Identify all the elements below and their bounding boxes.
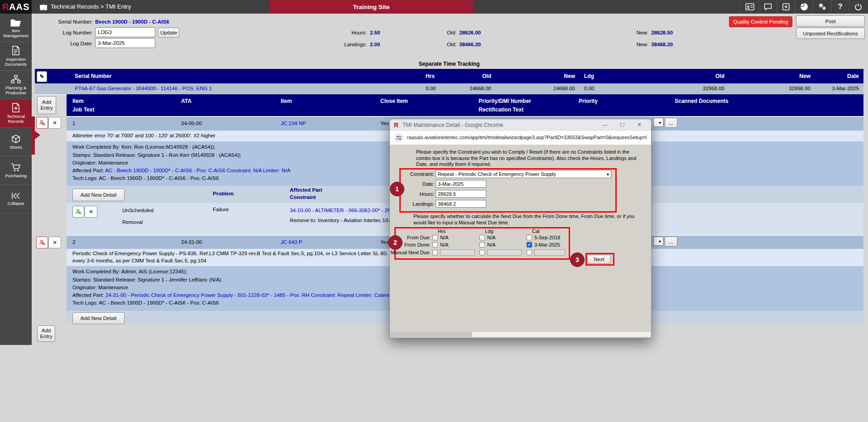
power-icon[interactable] <box>849 0 867 14</box>
landings-old-value: 38466.20 <box>459 42 481 47</box>
sidebar-item-stores[interactable]: Stores <box>0 128 32 156</box>
item2-affected-part-link[interactable]: 24-31-00 - Periodic Check of Emergency P… <box>106 292 395 298</box>
col-ata: ATA <box>181 98 192 104</box>
unposted-rectifications-button[interactable]: Unposted Rectifications <box>796 28 865 39</box>
from-done-hrs-checkbox[interactable] <box>432 242 438 247</box>
manual-next-due-label: Manual Next Due: <box>386 250 431 256</box>
hours-input[interactable] <box>436 190 486 198</box>
certify-person-button-item1[interactable] <box>36 117 48 129</box>
certify-person-button-item2[interactable] <box>36 237 48 248</box>
close-icon[interactable]: ✕ <box>637 121 642 128</box>
manual-cal-checkbox[interactable] <box>527 250 532 255</box>
raas-favicon: R <box>394 121 398 129</box>
delete-button-item2[interactable]: ✕ <box>48 237 61 248</box>
sub-col-affected-part: Affected Part <box>290 187 322 193</box>
affected-part-label: Affected Part: <box>72 168 104 173</box>
training-site-banner: Training Site <box>269 0 473 14</box>
pie-chart-icon[interactable] <box>795 0 813 14</box>
add-new-detail-button-item2[interactable]: Add New Detail <box>72 312 125 324</box>
sidebar-item-planning-production[interactable]: Planning & Production <box>0 71 32 99</box>
quality-control-pending-badge[interactable]: Quality Control Pending <box>729 16 792 27</box>
manual-ldg-checkbox[interactable] <box>480 250 485 255</box>
col-ldg: Ldg <box>584 73 594 79</box>
dialog-instructions-2: Please specify whether to calculate the … <box>413 213 642 226</box>
log-date-label: Log Date: <box>27 41 93 46</box>
delete-button-subrow[interactable]: ✕ <box>85 206 97 218</box>
manual-hrs-checkbox[interactable] <box>432 250 438 255</box>
sidebar-item-item-management[interactable]: Item Management <box>0 14 32 42</box>
update-button[interactable]: Update <box>158 28 179 38</box>
settings-gears-icon[interactable] <box>813 0 831 14</box>
add-entry-button-top[interactable]: Add Entry <box>37 96 56 114</box>
hours-old-value: 28626.00 <box>459 30 481 35</box>
log-date-input[interactable] <box>95 38 155 48</box>
dialog-url-bar[interactable]: raasais.aviationintertec.com/app/tmi/tmi… <box>390 131 651 145</box>
breadcrumb: Technical Records > TMI Entry <box>51 3 131 10</box>
sidebar-item-collapse[interactable]: Collapse <box>0 185 32 213</box>
add-new-detail-button-item1[interactable]: Add New Detail <box>72 189 125 201</box>
tt-old: 24668.00 <box>446 86 491 91</box>
item1-ata: 34-00-00 <box>181 121 202 126</box>
sidebar-item-technical-records[interactable]: Technical Records <box>0 99 32 128</box>
logo-aas: AAS <box>9 2 29 12</box>
chat-icon[interactable] <box>758 0 777 14</box>
col-scanned-documents: Scanned Documents <box>675 98 729 104</box>
manual-hrs-input[interactable] <box>440 249 475 256</box>
landings-input[interactable] <box>436 200 486 208</box>
hours-label-dialog: Hours: <box>403 191 434 198</box>
from-due-cal-checkbox[interactable] <box>527 235 532 240</box>
post-button[interactable]: Post <box>796 15 865 27</box>
hours-old-label: Old: <box>435 30 456 35</box>
certify-person-button-subrow[interactable] <box>72 206 84 218</box>
item1-work-completed: Work Completed By: Kerr, Ron (License:M1… <box>72 144 216 150</box>
help-icon[interactable]: ? <box>831 0 849 14</box>
id-card-icon[interactable] <box>740 0 758 14</box>
from-due-hrs-value: N/A <box>440 235 448 241</box>
minimize-icon[interactable]: — <box>603 122 608 127</box>
site-info-icon[interactable] <box>394 133 403 142</box>
scrollbar-thumb[interactable] <box>390 332 472 337</box>
constraint-select[interactable]: Repeat - Periodic Check of Emergency Pow… <box>436 170 611 178</box>
item1-tech-logs: Tech Logs: AC - Beech 1900D - 1900D* - C… <box>72 175 219 181</box>
log-number-input[interactable] <box>95 27 155 37</box>
manual-ldg-input[interactable] <box>487 249 522 256</box>
from-done-cal-checkbox[interactable]: ✓ <box>527 242 532 247</box>
item1-affected-part-link[interactable]: AC - Beech 1900D - 1900D* - C-AIS6 - Pos… <box>105 168 290 173</box>
next-button[interactable]: Next <box>587 255 611 264</box>
date-input[interactable] <box>436 180 486 188</box>
serial-number-link[interactable]: Beech 1900D - 1900D - C-AIS6 <box>95 19 169 24</box>
from-done-ldg-checkbox[interactable] <box>480 242 485 247</box>
edit-pencil-button[interactable]: ✎ <box>37 71 47 82</box>
from-due-ldg-checkbox[interactable] <box>480 235 485 240</box>
maximize-icon[interactable]: ▢ <box>620 121 624 127</box>
item1-code-link[interactable]: JC 234 NP <box>281 121 306 126</box>
url-text[interactable]: raasais.aviationintertec.com/app/tmi/tmi… <box>407 135 647 140</box>
item2-code-link[interactable]: JC 643 P <box>281 239 302 245</box>
engine-serial-link[interactable]: PT6A-67 Gas Generator - 3044900 - 114146… <box>75 86 212 91</box>
add-entry-button-bottom[interactable]: Add Entry <box>37 325 55 342</box>
entries-header-row: Item Job Text ATA Item Close Item Priori… <box>67 94 863 116</box>
item2-tech-logs: Tech Logs: AC - Beech 1900D - 1900D* - C… <box>72 300 219 306</box>
wrench-document-icon <box>12 103 20 112</box>
tt-old2: 32958.00 <box>679 86 724 91</box>
col-old2: Old <box>679 73 724 79</box>
item1-more-button[interactable]: ... <box>665 118 677 128</box>
dialog-horizontal-scrollbar[interactable] <box>390 332 651 337</box>
sidebar-item-purchasing[interactable]: Purchasing <box>0 156 32 185</box>
col-old: Old <box>446 73 491 79</box>
dialog-title-bar[interactable]: R TMI Maintenance Detail - Google Chrome… <box>390 119 651 131</box>
dialog-instructions-1: Please specify the Constraint you wish t… <box>416 149 645 168</box>
item2-more-button[interactable]: ... <box>665 237 677 247</box>
manual-cal-input[interactable] <box>534 249 565 256</box>
sidebar-item-inspection-documents[interactable]: Inspection Documents <box>0 42 32 71</box>
tt-hrs: 0.00 <box>426 86 436 91</box>
item2-dropdown[interactable]: ▾ <box>653 237 663 246</box>
landings-new-value: 38468.20 <box>651 42 673 47</box>
item1-dropdown[interactable]: ▾ <box>653 118 663 127</box>
from-due-hrs-checkbox[interactable] <box>432 235 438 240</box>
delete-button-item1[interactable]: ✕ <box>48 117 61 129</box>
affected-part-label: Affected Part: <box>72 292 104 298</box>
time-tracking-row[interactable]: PT6A-67 Gas Generator - 3044900 - 114146… <box>35 83 863 95</box>
add-window-icon[interactable] <box>777 0 795 14</box>
item1-originator: Originator: Maintenance <box>72 160 128 165</box>
